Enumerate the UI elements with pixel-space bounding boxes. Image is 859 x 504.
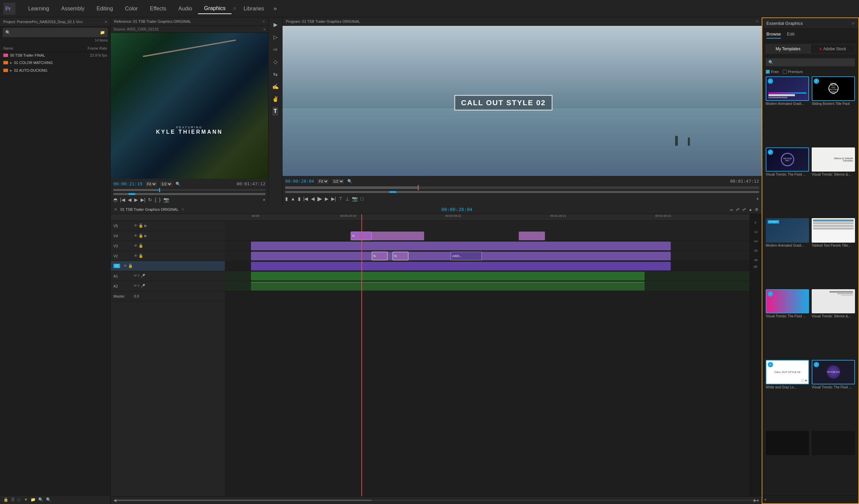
program-fit-select[interactable]: Fit [317,179,329,184]
template-item-11[interactable] [812,431,855,495]
prog-btn-lift[interactable]: ⊤ [338,196,343,201]
timeline-close-btn[interactable]: ✕ [114,207,117,212]
nav-item-libraries[interactable]: Libraries [238,4,270,14]
program-zoom-select[interactable]: 1/2 [332,179,344,184]
tool-hand[interactable]: ✌ [271,95,280,104]
track-a2-mic[interactable]: 🎤 [140,284,145,288]
prog-btn-marker[interactable]: ▲ [290,196,295,201]
project-list-btn[interactable]: ☰ [11,497,15,502]
source-btn-play[interactable]: ▶ [134,197,138,202]
project-lock-btn[interactable]: 🔒 [3,497,9,502]
project-item-1[interactable]: ▸ 01 COLOR MATCHING [0,59,110,67]
project-folder-btn[interactable]: 📁 [100,30,105,35]
track-a1-mic[interactable]: 🎤 [140,274,145,278]
tl-zoom-end[interactable]: ▶ [754,498,757,503]
prog-btn-prev[interactable]: |◀ [303,196,308,201]
nav-item-audio[interactable]: Audio [172,4,198,14]
tool-pen[interactable]: ✍ [271,82,280,91]
source-zoom-select[interactable]: 1/2 [160,182,172,186]
prog-btn-mark-in[interactable]: ▮ [285,196,288,201]
tab-adobe-stock[interactable]: A Adobe Stock [810,44,855,53]
eg-tab-edit[interactable]: Edit [787,31,794,38]
tool-ripple[interactable]: ⇨ [272,45,279,54]
eg-panel-menu[interactable]: = [852,21,854,26]
filter-free-checkbox[interactable]: ✓ [766,70,770,74]
track-v4-lock[interactable]: 🔓 [139,234,143,238]
source-btn-camera[interactable]: 📷 [163,197,169,202]
prog-btn-play[interactable]: ▶ [317,195,322,202]
source-btn-prev[interactable]: |◀ [120,197,125,202]
eg-search-input[interactable] [775,60,852,64]
source-btn-add[interactable]: + [263,197,266,202]
source-btn-in-out[interactable]: ◓ [114,197,118,202]
track-v1-lock[interactable]: 🔓 [128,264,133,268]
clip-a2-main[interactable] [251,282,645,290]
track-v4-sync[interactable]: ▶ [144,234,147,238]
source-btn-mark-out[interactable]: } [159,197,161,202]
clip-v2-fx3[interactable]: A003... [451,252,482,261]
prog-btn-extract[interactable]: ⊥ [345,196,349,201]
source-playbar[interactable] [114,189,266,191]
project-search-input[interactable] [12,29,98,36]
template-item-10[interactable] [766,431,809,495]
track-v4-eye[interactable]: 👁 [134,234,138,238]
template-item-1[interactable]: ✓ FIRST TEXTADD SECONDThird Text Sliding… [812,76,855,145]
project-expand-btn[interactable]: » [105,19,107,24]
track-a2-m[interactable]: M [134,284,137,288]
track-v1-eye[interactable]: 👁 [123,264,127,268]
project-sort-btn[interactable]: ▼ [24,497,28,502]
source-fit-select[interactable]: Fit [146,182,157,186]
tool-type[interactable]: T [272,107,278,115]
clip-v2-fx2[interactable]: fx [393,252,408,261]
clip-v4-a[interactable] [372,232,424,240]
source-header-menu[interactable]: = [263,19,265,23]
tmpl-play-icon[interactable]: ▶ [805,379,808,383]
template-item-3[interactable]: Silence & SolitudeTransition Visual Tren… [812,147,855,216]
track-v5-eye[interactable]: 👁 [134,223,138,228]
template-item-9[interactable]: ✓ THE FLUID SELF Visual Trends: The Flui… [812,360,855,428]
prog-btn-back[interactable]: ◀ [311,196,315,201]
project-new-bin-btn[interactable]: 📁 [31,497,35,502]
prog-btn-fullscreen[interactable]: □ [360,196,363,201]
program-zoom-icon[interactable]: 🔍 [347,179,352,184]
tmpl-info-icon[interactable]: ⓘ [801,379,804,383]
track-v3-lock[interactable]: 🔓 [139,243,143,248]
template-item-0[interactable]: ✓ Modern Animated Gradi... [766,76,809,145]
prog-btn-camera[interactable]: 📷 [352,196,358,201]
track-v3-eye[interactable]: 👁 [134,243,138,248]
template-thumb-actions[interactable]: ⓘ ▶ [801,379,808,383]
project-search-btn2[interactable]: 🔍 [38,497,43,502]
nav-item-assembly[interactable]: Assembly [55,4,90,14]
filter-premium-checkbox[interactable] [783,70,787,74]
tl-zoom-slider[interactable] [117,500,754,501]
template-item-7[interactable]: Visual Trends: Silence &... [812,289,855,358]
program-zoom-bar[interactable] [285,191,759,193]
clip-a1-main[interactable] [251,272,645,281]
program-playbar[interactable] [285,186,759,189]
track-v2-eye[interactable]: 👁 [134,254,138,258]
tab-my-templates[interactable]: My Templates [766,44,810,53]
prog-btn-mark-out[interactable]: ▮ [298,196,301,201]
prog-btn-add[interactable]: + [756,196,759,201]
project-grid-btn[interactable]: □ [17,497,20,502]
eg-tab-browse[interactable]: Browse [766,31,781,38]
prog-btn-fwd[interactable]: ▶ [325,196,329,201]
program-header-menu[interactable]: = [756,19,758,23]
source-zoom-icon[interactable]: 🔍 [176,182,181,186]
prog-btn-next[interactable]: ▶| [331,196,336,201]
track-v2-lock[interactable]: 🔓 [139,254,143,258]
project-item-2[interactable]: ▸ 02 AUTO-DUCKING [0,67,110,74]
template-item-6[interactable]: ✓ Visual Trends: The Fluid ... [766,289,809,358]
tl-tool-mark[interactable]: ▲ [749,207,752,211]
source-zoom-bar[interactable] [114,193,266,195]
template-item-4[interactable]: UP NEXT Modern Animated Gradi... [766,218,809,286]
callout-overlay[interactable]: CALL OUT STYLE 02 [454,95,552,110]
source-btn-loop[interactable]: ↻ [148,197,152,202]
track-v5-sync[interactable]: ▶ [144,223,147,228]
clip-v4-fx[interactable]: fx [351,232,372,240]
tool-track-select[interactable]: ▷ [272,32,279,42]
nav-more-btn[interactable]: » [273,5,277,12]
tl-tool-settings[interactable]: ⚙ [755,207,758,212]
source-btn-back[interactable]: ◀ [128,197,132,202]
tool-slip[interactable]: ⇆ [272,70,279,79]
